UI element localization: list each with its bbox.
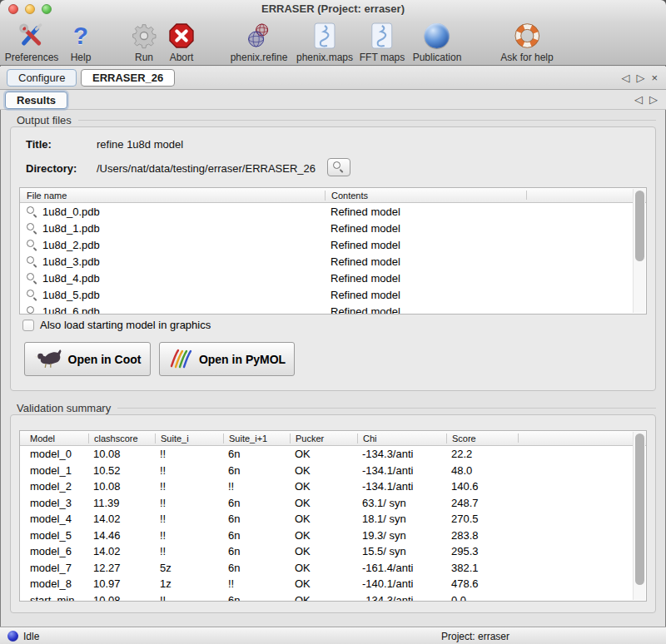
table-cell: -134.3/anti: [357, 594, 446, 602]
output-files-table-header: File nameContents: [20, 188, 646, 203]
table-cell: OK: [290, 480, 357, 493]
tab-results[interactable]: Results: [5, 92, 67, 109]
table-cell: 6n: [223, 594, 290, 602]
subtab-scroll-right-button[interactable]: ▷: [649, 94, 658, 105]
table-cell: 14.02: [88, 513, 155, 525]
validation-summary-section-label: Validation summary: [17, 402, 656, 414]
section-title: Validation summary: [17, 402, 111, 414]
tab-close-button[interactable]: ×: [651, 72, 658, 83]
toolbar-ask-for-help-button[interactable]: Ask for help: [500, 21, 553, 63]
table-row[interactable]: model_810.971z!!OK-140.1/anti478.6: [20, 576, 646, 592]
magnifier-icon: [333, 161, 345, 174]
table-cell: 48.0: [446, 464, 518, 477]
table-row[interactable]: 1u8d_0.pdbRefined model: [20, 203, 646, 220]
checkbox-label: Also load starting model in graphics: [40, 319, 211, 331]
table-row[interactable]: model_712.275z6nOK-161.4/anti382.1: [20, 560, 646, 577]
table-row[interactable]: model_210.08!!!!OK-134.1/anti140.6: [20, 478, 646, 495]
table-cell: 10.08: [88, 594, 155, 602]
table-row[interactable]: model_010.08!!6nOK-134.3/anti22.2: [20, 446, 646, 463]
scrollbar-thumb[interactable]: [635, 191, 644, 261]
toolbar-help-button[interactable]: ? Help: [71, 21, 92, 63]
open-in-coot-button[interactable]: Open in Coot: [24, 342, 151, 376]
project-label: Project: erraser: [441, 631, 509, 642]
tab-configure[interactable]: Configure: [7, 69, 77, 87]
status-text: Idle: [23, 631, 39, 642]
table-cell: 6n: [223, 562, 290, 574]
browse-directory-button[interactable]: [327, 158, 350, 176]
table-cell: 14.02: [88, 545, 155, 557]
magnifier-icon: [27, 256, 37, 267]
table-cell: OK: [290, 529, 357, 542]
table-cell: 295.3: [446, 545, 518, 557]
table-cell: -134.1/anti: [357, 480, 446, 493]
table-row[interactable]: 1u8d_4.pdbRefined model: [20, 270, 646, 286]
tab-scroll-right-button[interactable]: ▷: [636, 72, 644, 83]
toolbar-label: Run: [131, 52, 157, 63]
table-cell: model_2: [20, 480, 88, 493]
scrollbar-track[interactable]: [633, 432, 645, 600]
toolbar-publication-button[interactable]: Publication: [413, 21, 462, 63]
statusbar: Idle Project: erraser: [0, 627, 666, 644]
validation-summary-table: ModelclashscoreSuite_iSuite_i+1PuckerChi…: [19, 430, 647, 602]
table-cell: model_0: [20, 448, 88, 460]
table-row[interactable]: start_min10.08!!6nOK-134.3/anti0.0: [20, 592, 646, 602]
table-row[interactable]: 1u8d_1.pdbRefined model: [20, 220, 646, 236]
open-in-pymol-button[interactable]: Open in PyMOL: [159, 342, 295, 376]
table-cell: 6n: [223, 464, 290, 477]
table-row[interactable]: 1u8d_3.pdbRefined model: [20, 253, 646, 270]
header-cell: clashscore: [88, 433, 155, 443]
toolbar-run-button[interactable]: Run: [131, 21, 157, 63]
publication-globe-icon: [413, 21, 462, 51]
toolbar: Preferences ? Help Run: [0, 18, 666, 65]
toolbar-fft-maps-button[interactable]: FFT maps: [360, 21, 405, 63]
toolbar-label: Abort: [168, 52, 195, 63]
toolbar-abort-button[interactable]: Abort: [168, 21, 195, 63]
tab-erraser-26[interactable]: ERRASER_26: [81, 69, 175, 87]
magnifier-icon: [27, 240, 37, 250]
header-cell: Model: [20, 433, 88, 443]
table-cell: 63.1/ syn: [357, 497, 446, 509]
table-row[interactable]: model_614.02!!6nOK15.5/ syn295.3: [20, 543, 646, 560]
scrollbar-thumb[interactable]: [635, 433, 644, 585]
load-starting-model-checkbox[interactable]: [22, 320, 34, 331]
table-cell: model_5: [20, 529, 88, 542]
toolbar-phenix-maps-button[interactable]: phenix.maps: [296, 21, 353, 63]
table-row[interactable]: 1u8d_6.pdbRefined model: [20, 303, 646, 315]
header-cell: File name: [20, 191, 325, 201]
table-cell: !!: [155, 497, 223, 509]
subtab-scroll-left-button[interactable]: ◁: [634, 94, 643, 105]
table-cell: 10.97: [88, 577, 155, 590]
table-row[interactable]: model_110.52!!6nOK-134.1/anti48.0: [20, 463, 646, 479]
table-cell: model_7: [20, 562, 88, 574]
header-cell: Suite_i: [155, 433, 223, 443]
toolbar-phenix-refine-button[interactable]: phenix.refine: [231, 21, 288, 63]
validation-table-header: ModelclashscoreSuite_iSuite_i+1PuckerChi…: [20, 431, 646, 446]
scrollbar-track[interactable]: [633, 189, 645, 313]
toolbar-preferences-button[interactable]: Preferences: [5, 21, 59, 63]
table-row[interactable]: 1u8d_2.pdbRefined model: [20, 236, 646, 253]
table-row[interactable]: model_414.02!!6nOK18.1/ syn270.5: [20, 511, 646, 528]
button-label: Open in Coot: [68, 353, 142, 366]
table-cell: OK: [290, 545, 357, 557]
table-cell: model_4: [20, 513, 88, 525]
table-row[interactable]: model_514.46!!6nOK19.3/ syn283.8: [20, 528, 646, 544]
phenix-refine-icon: [231, 21, 288, 51]
tab-scroll-left-button[interactable]: ◁: [621, 72, 629, 83]
table-row[interactable]: 1u8d_5.pdbRefined model: [20, 286, 646, 303]
table-cell: 382.1: [446, 562, 518, 574]
table-cell: 478.6: [446, 577, 518, 590]
phenix-maps-icon: [296, 21, 353, 51]
table-row[interactable]: model_311.39!!6nOK63.1/ syn248.7: [20, 495, 646, 512]
table-cell: 12.27: [88, 562, 155, 574]
header-cell: Score: [446, 433, 518, 443]
magnifier-icon: [27, 206, 37, 217]
table-cell: 5z: [155, 562, 223, 574]
table-cell: 140.6: [446, 480, 518, 493]
table-cell: 1u8d_1.pdb: [20, 222, 325, 235]
run-gear-icon: [131, 21, 157, 51]
help-question-icon: ?: [71, 21, 92, 51]
title-field-label: Title:: [26, 138, 52, 151]
status-indicator-icon: [7, 631, 18, 642]
titlebar[interactable]: ERRASER (Project: erraser): [0, 0, 666, 18]
pymol-ribbon-icon: [168, 347, 193, 371]
